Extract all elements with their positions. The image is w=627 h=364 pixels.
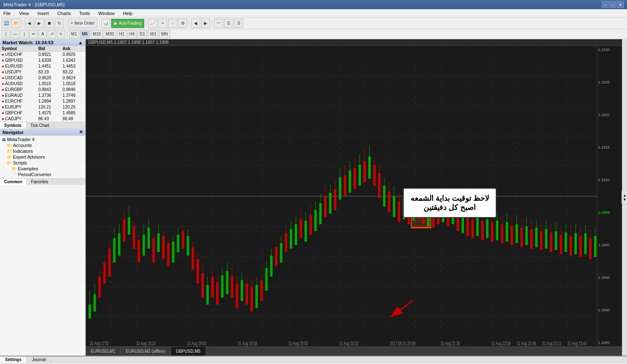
ea-folder-icon: 📁 [7,155,12,159]
market-watch-row[interactable]: ●GBPCHF 1.4575 1.4585 [0,110,85,116]
minimize-button[interactable]: ─ [602,1,609,8]
market-watch-row[interactable]: ●EURCHF 1.2894 1.2897 [0,99,85,104]
expert-btn[interactable]: E [224,19,233,28]
properties-btn[interactable]: ⚙ [178,19,187,28]
sep3 [99,20,99,27]
nav-expert-advisors[interactable]: 📁 Expert Advisors [0,154,85,160]
tf-d1[interactable]: D1 [138,30,147,38]
chart-canvas-wrapper[interactable]: 31 Aug 17:52 31 Aug 18:24 31 Aug 19:00 3… [86,46,597,346]
hline-btn[interactable]: — [11,30,19,38]
menu-help[interactable]: Help [121,11,134,16]
market-watch-row[interactable]: ●USDJPY 83.19 83.22 [0,69,85,75]
line-chart-btn[interactable]: 📈 [148,19,157,28]
maximize-button[interactable]: □ [609,1,616,8]
svg-rect-186 [466,215,469,236]
chart-type-btn[interactable]: 📊 [101,19,110,28]
sep5 [189,20,189,27]
tf-w1[interactable]: W1 [148,30,158,38]
symbol-cell: ●EURGBP [0,87,37,93]
nav-examples[interactable]: 📁 Examples [0,166,85,172]
menu-insert[interactable]: Insert [36,11,51,16]
nav-indicators[interactable]: 📁 Indicators [0,148,85,154]
symbol-cell: ●EURUSD [0,63,37,69]
price-1890: 1.1890 [598,308,621,312]
scroll-right-btn[interactable]: ▶ [201,19,210,28]
mw-tab-tick-chart[interactable]: Tick Chart [26,122,54,129]
market-watch-body: ●USDCHF 0.8921 0.8925 ●GBPUSD 1.6339 1.6… [0,52,85,122]
bid-cell: 0.9620 [37,75,61,81]
indicator-btn[interactable]: 〰 [214,19,223,28]
menu-file[interactable]: File [2,11,13,16]
market-watch-row[interactable]: ●USDCAD 0.9620 0.9624 [0,75,85,81]
back-btn[interactable]: ◀ [25,19,34,28]
tf-mn[interactable]: MN [159,30,170,38]
tf-h4[interactable]: H4 [127,30,137,38]
bid-cell: 120.21 [37,104,61,110]
new-btn[interactable]: 🆕 [2,19,11,28]
svg-text:31 Aug 17:52: 31 Aug 17:52 [90,340,109,346]
nav-accounts[interactable]: 📁 Accounts [0,142,85,148]
scroll-left-btn[interactable]: ◀ [191,19,200,28]
tab-journal[interactable]: Journal [27,356,51,363]
market-watch-row[interactable]: ●EURGBP 0.8843 0.8846 [0,87,85,93]
vertical-tab[interactable]: ▲▼ [622,191,627,204]
script-btn[interactable]: S [234,19,243,28]
sep2 [66,20,66,27]
market-watch-header: Market Watch: 16:24:53 ▲ [0,39,85,46]
zoom-in-btn[interactable]: + [158,19,167,28]
nav-period-converter[interactable]: 📄 PeriodConverter [0,172,85,177]
tab-settings[interactable]: Settings [0,356,27,363]
market-watch-row[interactable]: ●EURAUD 1.3736 1.3748 [0,93,85,99]
chart-tab-eurusd-m1[interactable]: EURUSD,M1 [86,347,121,356]
market-watch-row[interactable]: ●GBPUSD 1.6339 1.6342 [0,58,85,63]
menu-view[interactable]: View [18,11,31,16]
market-watch-row[interactable]: ●USDCHF 0.8921 0.8925 [0,52,85,58]
market-watch-row[interactable]: ●AUDUSD 1.0515 1.0518 [0,81,85,87]
market-watch-row[interactable]: ●EURJPY 120.21 120.25 [0,104,85,110]
tf-m1[interactable]: M1 [69,30,79,38]
cursor-btn[interactable]: ↖ [57,30,65,38]
draw-btn[interactable]: ✏ [29,30,38,38]
text-btn[interactable]: A [38,30,47,38]
svg-rect-228 [569,236,572,255]
nav-tab-favorites[interactable]: Favorites [27,179,53,185]
navigator-close-icon[interactable]: ✕ [79,129,83,135]
bid-cell: 1.2894 [37,99,61,104]
fwd-btn[interactable]: ▶ [35,19,44,28]
nav-scripts[interactable]: 📁 Scripts [0,160,85,166]
auto-trading-button[interactable]: ▶ AutoTrading [111,19,144,28]
vline-btn[interactable]: | [20,30,28,38]
menu-charts[interactable]: Charts [56,11,72,16]
svg-text:31 Aug 21:36: 31 Aug 21:36 [441,340,460,346]
tf-m15[interactable]: M15 [91,30,103,38]
stop-btn[interactable]: ⏹ [45,19,54,28]
svg-rect-75 [196,259,199,284]
chart-tab-eurusd-m2[interactable]: EURUSD,M2 (offline) [121,347,171,356]
zoom-out-btn[interactable]: - [168,19,177,28]
nav-tab-common[interactable]: Common [0,179,27,185]
mw-tab-symbols[interactable]: Symbols [0,122,26,129]
market-watch-row[interactable]: ●CADJPY 86.43 86.49 [0,116,85,122]
open-btn[interactable]: 📂 [12,19,21,28]
chart-tab-gbpusd-m5[interactable]: GBPUSD,M5 [171,347,206,356]
svg-rect-188 [472,219,474,238]
menu-tools[interactable]: Tools [77,11,92,16]
svg-text:31 Aug 19:00: 31 Aug 19:00 [187,340,206,346]
refresh-btn[interactable]: ↻ [55,19,64,28]
market-watch-scroll-up[interactable]: ▲ [78,40,83,45]
col-ask: Ask [61,46,85,52]
svg-rect-230 [574,233,577,254]
tf-m30[interactable]: M30 [104,30,116,38]
tf-h1[interactable]: H1 [117,30,127,38]
line-tool-btn[interactable]: | [2,30,10,38]
new-order-button[interactable]: + New Order [68,19,97,28]
arrow-btn[interactable]: ↗ [48,30,56,38]
price-1900: 1.1900 [598,243,621,247]
menu-window[interactable]: Window [97,11,116,16]
tf-m5[interactable]: M5 [80,30,90,38]
market-watch-row[interactable]: ●EURUSD 1.4451 1.4453 [0,63,85,69]
svg-rect-210 [525,226,528,245]
nav-metatrader4[interactable]: 🖥 MetaTrader 4 [0,136,85,142]
svg-rect-45 [123,219,125,242]
close-button[interactable]: ✕ [617,1,624,8]
